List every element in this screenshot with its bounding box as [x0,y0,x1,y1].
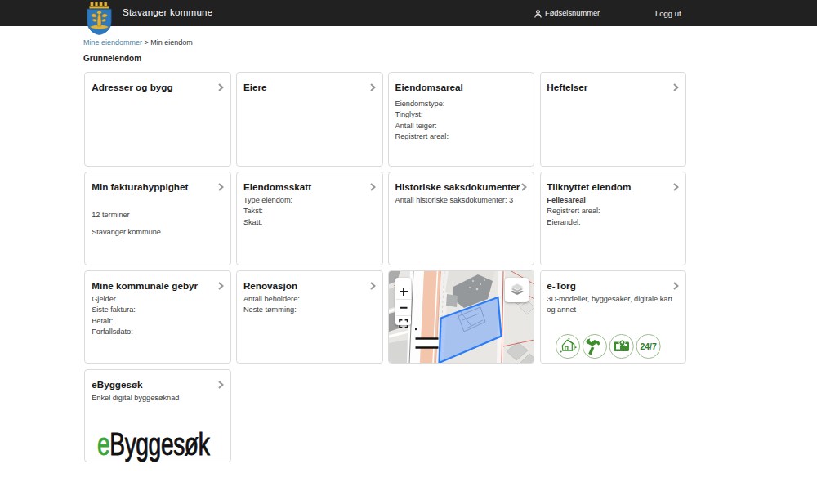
svg-text:24/7: 24/7 [640,341,657,351]
